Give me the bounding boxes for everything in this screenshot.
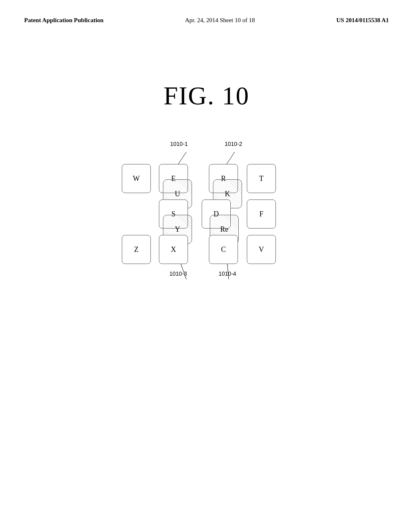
key-C: C: [209, 235, 238, 264]
diagram-container: 1010-1 1010-2 W E R T U K S: [0, 135, 413, 296]
key-X: X: [159, 235, 188, 264]
label-1010-2: 1010-2: [225, 141, 242, 147]
page-header: Patent Application Publication Apr. 24, …: [0, 0, 413, 33]
figure-title: FIG. 10: [0, 81, 413, 111]
label-1010-1: 1010-1: [170, 141, 188, 147]
key-T: T: [247, 164, 276, 193]
key-W: W: [122, 164, 151, 193]
header-left: Patent Application Publication: [24, 16, 104, 25]
date-sheet-label: Apr. 24, 2014 Sheet 10 of 18: [185, 17, 255, 23]
key-Z: Z: [122, 235, 151, 264]
svg-line-0: [178, 152, 186, 164]
diagram: 1010-1 1010-2 W E R T U K S: [102, 135, 311, 296]
header-right: US 2014/0115538 A1: [336, 16, 389, 25]
patent-number-label: US 2014/0115538 A1: [336, 17, 389, 23]
key-F: F: [247, 200, 276, 229]
label-1010-3: 1010-3: [169, 270, 187, 277]
label-1010-4: 1010-4: [219, 270, 236, 277]
key-V: V: [247, 235, 276, 264]
svg-line-1: [227, 152, 235, 164]
publication-label: Patent Application Publication: [24, 17, 104, 23]
header-center: Apr. 24, 2014 Sheet 10 of 18: [185, 16, 255, 25]
